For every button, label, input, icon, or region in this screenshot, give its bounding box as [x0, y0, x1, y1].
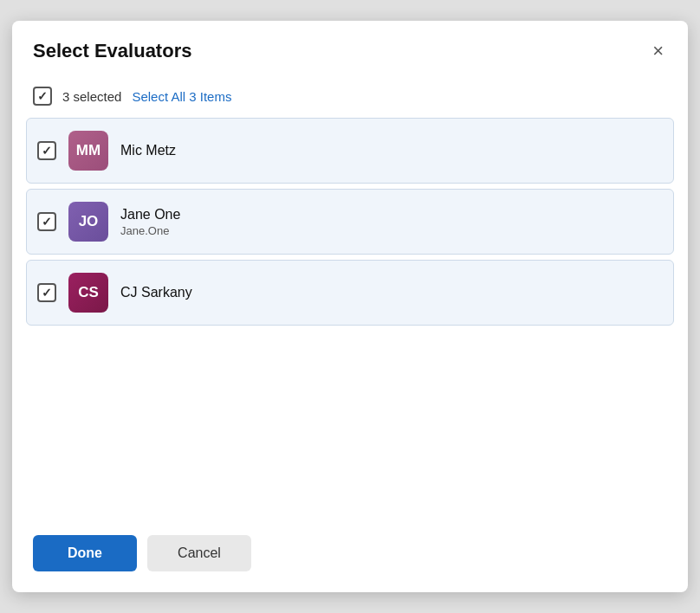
item-checkbox-wrap-cs[interactable]: ✓	[37, 283, 56, 302]
item-checkbox-wrap-mm[interactable]: ✓	[37, 141, 56, 160]
item-info: Jane One Jane.One	[120, 207, 180, 237]
item-name: Mic Metz	[120, 143, 176, 158]
item-checkbox-wrap-jo[interactable]: ✓	[37, 212, 56, 231]
select-all-checkbox[interactable]: ✓	[33, 87, 52, 106]
checkmark-icon: ✓	[42, 144, 52, 158]
item-checkbox-mm[interactable]: ✓	[37, 141, 56, 160]
done-button[interactable]: Done	[33, 535, 137, 571]
checkmark-icon: ✓	[37, 89, 48, 103]
avatar: CS	[68, 273, 108, 313]
item-checkbox-cs[interactable]: ✓	[37, 283, 56, 302]
avatar: JO	[68, 202, 108, 242]
item-name: CJ Sarkany	[120, 285, 192, 300]
list-item[interactable]: ✓ CS CJ Sarkany	[26, 260, 674, 326]
select-all-checkbox-wrap[interactable]: ✓	[33, 87, 52, 106]
select-all-link[interactable]: Select All 3 Items	[132, 89, 231, 104]
list-item[interactable]: ✓ JO Jane One Jane.One	[26, 189, 674, 255]
items-list: ✓ MM Mic Metz ✓ JO Jane One Jane.One	[12, 118, 688, 518]
checkmark-icon: ✓	[42, 215, 52, 229]
avatar-initials: CS	[78, 284, 99, 301]
item-info: Mic Metz	[120, 143, 176, 158]
select-all-bar: ✓ 3 selected Select All 3 Items	[12, 78, 688, 118]
close-button[interactable]: ×	[649, 38, 667, 64]
item-name: Jane One	[120, 207, 180, 223]
item-subtitle: Jane.One	[120, 224, 180, 237]
avatar-initials: MM	[76, 142, 100, 159]
item-checkbox-jo[interactable]: ✓	[37, 212, 56, 231]
modal: Select Evaluators × ✓ 3 selected Select …	[12, 21, 688, 592]
modal-footer: Done Cancel	[12, 518, 688, 592]
list-item[interactable]: ✓ MM Mic Metz	[26, 118, 674, 184]
modal-title: Select Evaluators	[33, 40, 191, 62]
item-info: CJ Sarkany	[120, 285, 192, 300]
checkmark-icon: ✓	[42, 286, 52, 300]
modal-header: Select Evaluators ×	[12, 21, 688, 78]
selected-count-label: 3 selected	[62, 89, 121, 104]
avatar: MM	[68, 131, 108, 171]
cancel-button[interactable]: Cancel	[147, 535, 251, 571]
avatar-initials: JO	[79, 213, 99, 230]
